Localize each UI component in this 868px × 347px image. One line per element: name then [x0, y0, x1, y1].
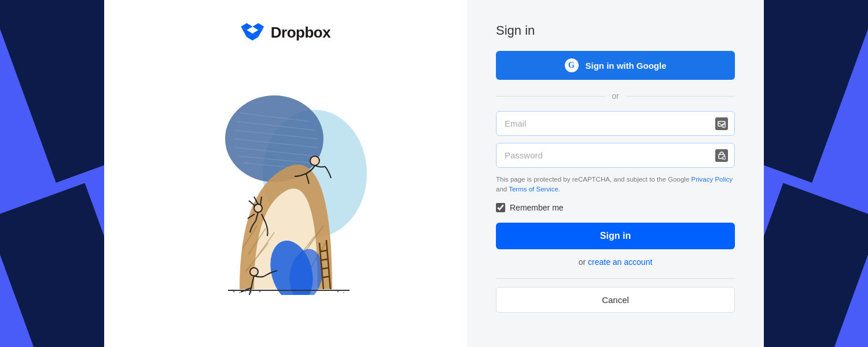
svg-point-43	[251, 291, 252, 293]
recaptcha-notice: This page is protected by reCAPTCHA, and…	[496, 175, 735, 195]
or-text: or	[612, 91, 619, 101]
brand-name: Dropbox	[271, 24, 330, 42]
svg-point-44	[259, 291, 260, 293]
cancel-button[interactable]: Cancel	[496, 287, 735, 313]
or-divider: or	[496, 91, 735, 101]
remember-me-label[interactable]: Remember me	[496, 203, 735, 212]
svg-point-41	[239, 292, 240, 293]
password-autofill-icon: 1	[715, 149, 728, 162]
illustration	[193, 75, 378, 295]
remember-me-text: Remember me	[510, 203, 564, 212]
create-account-link[interactable]: create an account	[588, 257, 652, 267]
password-input-wrapper: 1	[496, 143, 735, 168]
svg-point-30	[310, 156, 319, 165]
dropbox-header: Dropbox	[241, 23, 330, 42]
svg-point-45	[337, 291, 339, 293]
sign-in-title: Sign in	[496, 23, 735, 38]
google-icon: G	[565, 58, 579, 72]
email-input-wrapper: 1	[496, 111, 735, 136]
email-autofill-icon: 1	[715, 117, 728, 130]
svg-point-40	[233, 291, 234, 293]
privacy-policy-link[interactable]: Privacy Policy	[692, 176, 733, 183]
right-panel: Sign in G Sign in with Google or 1	[467, 0, 764, 347]
svg-point-38	[250, 268, 258, 276]
sign-in-button[interactable]: Sign in	[496, 223, 735, 249]
svg-point-46	[343, 292, 344, 293]
left-panel: Dropbox	[104, 0, 467, 347]
google-button-label: Sign in with Google	[586, 61, 667, 71]
section-divider	[496, 278, 735, 279]
main-card: Dropbox	[104, 0, 764, 347]
remember-me-checkbox[interactable]	[496, 203, 505, 212]
divider-line-right	[626, 96, 735, 97]
or-create-prefix: or	[579, 257, 588, 267]
create-account-row: or create an account	[496, 257, 735, 267]
google-sign-in-button[interactable]: G Sign in with Google	[496, 51, 735, 80]
password-input[interactable]	[496, 143, 735, 168]
email-input[interactable]	[496, 111, 735, 136]
dropbox-logo-icon	[241, 23, 264, 42]
terms-of-service-link[interactable]: Terms of Service	[509, 186, 558, 193]
divider-line-left	[496, 96, 605, 97]
svg-point-42	[244, 290, 246, 292]
